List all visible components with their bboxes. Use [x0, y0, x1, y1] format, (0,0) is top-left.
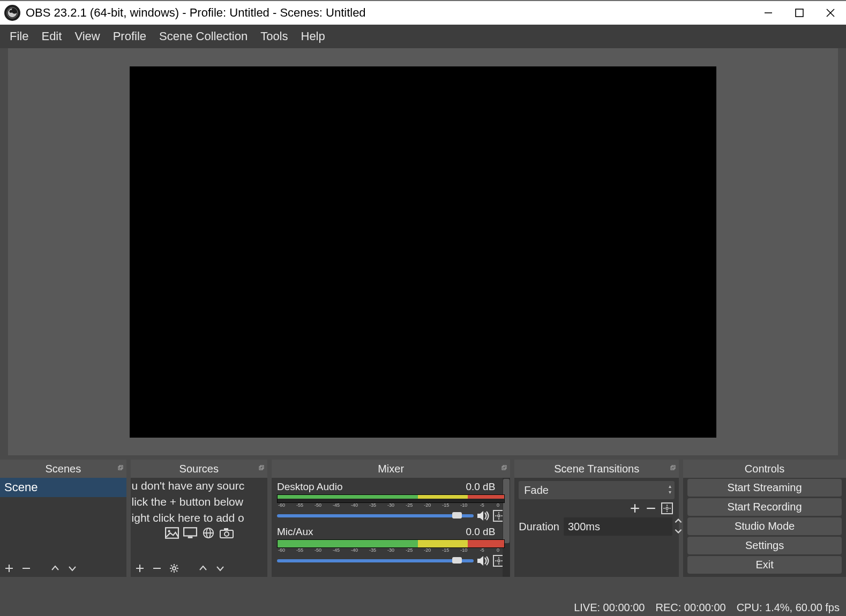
mixer-track-name: Desktop Audio [277, 481, 343, 493]
scene-remove-button[interactable] [20, 562, 32, 574]
mixer-db-ticks: -60-55-50-45-40-35-30-25-20-15-10-50 [277, 548, 505, 553]
mixer-scrollbar[interactable] [503, 478, 510, 577]
svg-rect-36 [503, 465, 506, 469]
mixer-body: Desktop Audio 0.0 dB -60-55-50-45-40-35-… [272, 478, 510, 577]
detach-icon[interactable] [118, 465, 123, 470]
scenes-toolbar [0, 560, 126, 577]
window-close-button[interactable] [815, 1, 846, 25]
svg-rect-3 [796, 9, 803, 17]
transition-remove-button[interactable] [645, 502, 657, 514]
menu-item-edit[interactable]: Edit [35, 27, 68, 46]
source-move-up-button[interactable] [197, 562, 209, 574]
menu-item-file[interactable]: File [3, 27, 35, 46]
scenes-panel: Scenes Scene [0, 460, 126, 577]
svg-line-32 [176, 570, 177, 572]
dock-row: Scenes Scene Sources u don't have any so… [0, 455, 846, 577]
status-rec: REC: 00:00:00 [655, 602, 725, 614]
sources-panel: Sources u don't have any sourc lick the … [131, 460, 267, 577]
svg-line-33 [176, 565, 177, 566]
source-move-down-button[interactable] [214, 562, 226, 574]
svg-point-38 [498, 515, 500, 517]
mixer-level-meter [277, 494, 505, 503]
svg-rect-16 [188, 537, 193, 538]
menu-item-help[interactable]: Help [295, 27, 332, 46]
transitions-panel-header[interactable]: Scene Transitions [514, 460, 679, 478]
speaker-icon[interactable] [477, 555, 490, 566]
sources-placeholder-line: lick the + button below [132, 494, 267, 510]
menu-item-scene-collection[interactable]: Scene Collection [153, 27, 254, 46]
scene-move-down-button[interactable] [66, 562, 78, 574]
mixer-level-meter [277, 539, 505, 548]
transition-select[interactable]: Fade ▴▾ [519, 481, 675, 499]
studio-mode-button[interactable]: Studio Mode [687, 517, 842, 535]
svg-line-34 [171, 570, 172, 572]
sources-panel-title: Sources [179, 463, 219, 475]
detach-icon[interactable] [501, 465, 507, 470]
svg-point-22 [224, 532, 229, 536]
source-remove-button[interactable] [151, 562, 163, 574]
scenes-panel-header[interactable]: Scenes [0, 460, 126, 478]
scene-item[interactable]: Scene [0, 478, 126, 497]
settings-button[interactable]: Settings [687, 537, 842, 554]
sources-panel-header[interactable]: Sources [131, 460, 267, 478]
menu-item-view[interactable]: View [68, 27, 106, 46]
window-minimize-button[interactable] [753, 1, 784, 25]
mixer-panel-header[interactable]: Mixer [272, 460, 510, 478]
preview-canvas[interactable] [130, 66, 716, 438]
scene-move-up-button[interactable] [49, 562, 61, 574]
transition-properties-button[interactable] [661, 502, 673, 514]
mixer-db-ticks: -60-55-50-45-40-35-30-25-20-15-10-50 [277, 503, 505, 508]
display-source-icon [183, 527, 197, 539]
mixer-panel: Mixer Desktop Audio 0.0 dB -60-55-50-45-… [272, 460, 510, 577]
svg-point-26 [173, 567, 176, 570]
transition-add-button[interactable] [629, 502, 641, 514]
status-bar: LIVE: 00:00:00 REC: 00:00:00 CPU: 1.4%, … [0, 599, 846, 616]
svg-point-44 [498, 560, 500, 562]
transitions-panel-title: Scene Transitions [554, 463, 639, 475]
camera-source-icon [220, 527, 234, 539]
svg-rect-12 [260, 465, 264, 469]
duration-spinbox[interactable]: 300ms [564, 517, 672, 536]
controls-panel-title: Controls [745, 463, 784, 475]
controls-panel: Controls Start Streaming Start Recording… [683, 460, 846, 577]
status-live: LIVE: 00:00:00 [574, 602, 645, 614]
mixer-track-mic-aux: Mic/Aux 0.0 dB -60-55-50-45-40-35-30-25-… [277, 526, 505, 567]
duration-value: 300ms [568, 521, 600, 533]
svg-rect-35 [502, 467, 505, 470]
mixer-track-db: 0.0 dB [466, 526, 495, 538]
start-streaming-button[interactable]: Start Streaming [687, 479, 842, 497]
duration-label: Duration [519, 521, 559, 533]
detach-icon[interactable] [670, 465, 676, 470]
window-maximize-button[interactable] [784, 1, 815, 25]
menu-item-tools[interactable]: Tools [254, 27, 294, 46]
image-source-icon [165, 527, 179, 539]
menu-item-profile[interactable]: Profile [107, 27, 153, 46]
sources-placeholder-line: ight click here to add o [132, 510, 267, 526]
transitions-panel: Scene Transitions Fade ▴▾ Duration 300ms [514, 460, 679, 577]
svg-marker-43 [477, 556, 483, 566]
svg-rect-50 [672, 465, 675, 469]
mixer-volume-slider[interactable] [277, 514, 474, 517]
preview-container [8, 48, 838, 455]
mixer-volume-slider[interactable] [277, 559, 474, 562]
mixer-track-db: 0.0 dB [466, 481, 495, 493]
source-add-button[interactable] [134, 562, 146, 574]
svg-rect-49 [671, 467, 674, 470]
scenes-list[interactable]: Scene [0, 478, 126, 560]
svg-line-31 [171, 565, 172, 566]
start-recording-button[interactable]: Start Recording [687, 498, 842, 516]
exit-button[interactable]: Exit [687, 556, 842, 574]
detach-icon[interactable] [259, 465, 264, 470]
menu-bar: File Edit View Profile Scene Collection … [0, 25, 846, 48]
scenes-panel-title: Scenes [45, 463, 81, 475]
svg-rect-7 [119, 465, 123, 469]
sources-list-empty[interactable]: u don't have any sourc lick the + button… [131, 478, 267, 560]
title-bar: OBS 23.2.1 (64-bit, windows) - Profile: … [0, 0, 846, 25]
source-properties-button[interactable] [168, 562, 180, 574]
speaker-icon[interactable] [477, 510, 490, 521]
controls-panel-header[interactable]: Controls [683, 460, 846, 478]
status-cpu: CPU: 1.4%, 60.00 fps [737, 602, 840, 614]
scene-add-button[interactable] [3, 562, 15, 574]
spinbox-arrows[interactable] [673, 516, 683, 536]
source-type-icons [132, 527, 267, 539]
